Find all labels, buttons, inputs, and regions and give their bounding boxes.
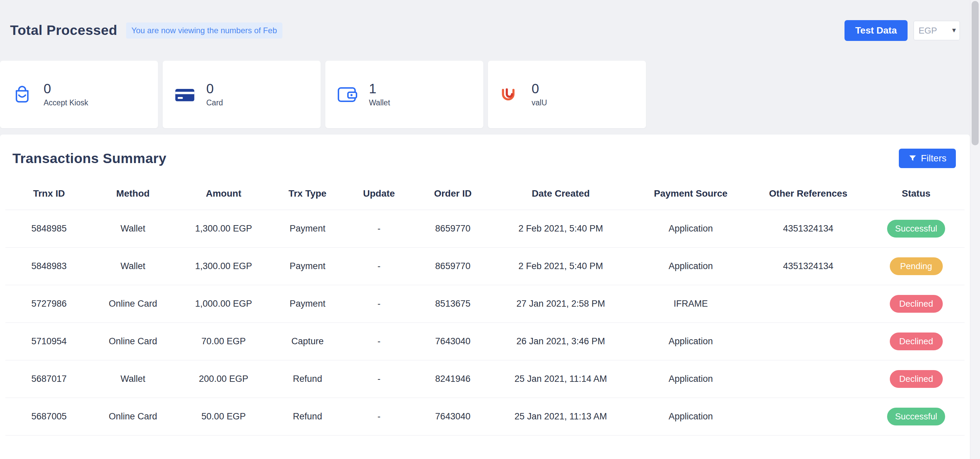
stat-text: 0 Accept Kiosk xyxy=(44,81,88,107)
cell-method: Wallet xyxy=(92,360,173,398)
transactions-table: Trnx ID Method Amount Trx Type Update Or… xyxy=(5,180,964,435)
transactions-title: Transactions Summary xyxy=(13,151,166,166)
page-title: Total Processed xyxy=(10,22,118,38)
column-other-references: Other References xyxy=(749,180,868,210)
table-row[interactable]: 5848983 Wallet 1,300.00 EGP Payment - 86… xyxy=(5,248,964,285)
stat-value: 0 xyxy=(206,81,223,96)
cell-other-references: 4351324134 xyxy=(749,210,868,248)
table-row[interactable]: 5710954 Online Card 70.00 EGP Capture - … xyxy=(5,323,964,360)
cell-order-id: 8513675 xyxy=(417,285,489,323)
cell-method: Wallet xyxy=(92,248,173,285)
cell-order-id: 7643040 xyxy=(417,398,489,435)
cell-status: Declined xyxy=(868,285,964,323)
column-payment-source: Payment Source xyxy=(633,180,749,210)
cell-trnx-id: 5710954 xyxy=(5,323,92,360)
cell-payment-source: Application xyxy=(633,398,749,435)
test-data-button[interactable]: Test Data xyxy=(845,20,908,41)
cell-trx-type: Capture xyxy=(274,323,341,360)
title-group: Total Processed You are now viewing the … xyxy=(10,22,282,38)
stat-cards-row: 0 Accept Kiosk 0 Card xyxy=(0,61,970,128)
cell-trnx-id: 5848983 xyxy=(5,248,92,285)
filters-button-label: Filters xyxy=(921,153,947,164)
cell-trx-type: Payment xyxy=(274,248,341,285)
transactions-panel: Transactions Summary Filters Trnx ID Met… xyxy=(0,135,970,459)
cell-other-references xyxy=(749,360,868,398)
cell-amount: 1,300.00 EGP xyxy=(173,248,274,285)
table-row[interactable]: 5687017 Wallet 200.00 EGP Refund - 82419… xyxy=(5,360,964,398)
column-amount: Amount xyxy=(173,180,274,210)
filter-funnel-icon xyxy=(908,154,917,163)
cell-other-references xyxy=(749,398,868,435)
transactions-panel-header: Transactions Summary Filters xyxy=(0,135,970,171)
cell-status: Successful xyxy=(868,398,964,435)
status-badge: Pending xyxy=(890,257,943,275)
view-notice-badge: You are now viewing the numbers of Feb xyxy=(126,22,282,38)
stat-value: 1 xyxy=(369,81,390,96)
filters-button[interactable]: Filters xyxy=(899,149,956,168)
cell-trx-type: Refund xyxy=(274,398,341,435)
cell-status: Declined xyxy=(868,360,964,398)
scrollbar[interactable] xyxy=(970,0,980,459)
cell-amount: 50.00 EGP xyxy=(173,398,274,435)
table-row[interactable]: 5687005 Online Card 50.00 EGP Refund - 7… xyxy=(5,398,964,435)
cell-update: - xyxy=(341,398,417,435)
credit-card-icon xyxy=(173,83,197,107)
cell-order-id: 8241946 xyxy=(417,360,489,398)
cell-payment-source: Application xyxy=(633,248,749,285)
cell-order-id: 8659770 xyxy=(417,248,489,285)
cell-amount: 1,000.00 EGP xyxy=(173,285,274,323)
cell-date-created: 25 Jan 2021, 11:14 AM xyxy=(488,360,633,398)
cell-other-references: 4351324134 xyxy=(749,248,868,285)
cell-date-created: 25 Jan 2021, 11:13 AM xyxy=(488,398,633,435)
column-status: Status xyxy=(868,180,964,210)
cell-update: - xyxy=(341,248,417,285)
cell-status: Pending xyxy=(868,248,964,285)
currency-select-wrap: EGP ▾ xyxy=(913,21,960,40)
stat-value: 0 xyxy=(44,81,88,96)
cell-trnx-id: 5848985 xyxy=(5,210,92,248)
page-content: Total Processed You are now viewing the … xyxy=(0,0,970,459)
wallet-icon xyxy=(336,83,360,107)
column-method: Method xyxy=(92,180,173,210)
column-date-created: Date Created xyxy=(488,180,633,210)
cell-update: - xyxy=(341,285,417,323)
cell-trnx-id: 5687005 xyxy=(5,398,92,435)
stat-card-card: 0 Card xyxy=(163,61,321,128)
cell-method: Online Card xyxy=(92,285,173,323)
currency-select[interactable]: EGP xyxy=(913,21,960,40)
stat-label: valU xyxy=(531,98,547,107)
cell-payment-source: IFRAME xyxy=(633,285,749,323)
cell-method: Online Card xyxy=(92,323,173,360)
stat-label: Accept Kiosk xyxy=(44,98,88,107)
cell-update: - xyxy=(341,323,417,360)
cell-trnx-id: 5727986 xyxy=(5,285,92,323)
table-row[interactable]: 5848985 Wallet 1,300.00 EGP Payment - 86… xyxy=(5,210,964,248)
stat-value: 0 xyxy=(531,81,547,96)
column-trnx-id: Trnx ID xyxy=(5,180,92,210)
cell-status: Declined xyxy=(868,323,964,360)
status-badge: Successful xyxy=(887,408,945,426)
stat-label: Card xyxy=(206,98,223,107)
status-badge: Declined xyxy=(890,295,943,313)
cell-date-created: 2 Feb 2021, 5:40 PM xyxy=(488,210,633,248)
stat-card-valu: 0 valU xyxy=(488,61,646,128)
scrollbar-thumb[interactable] xyxy=(972,1,978,145)
cell-amount: 1,300.00 EGP xyxy=(173,210,274,248)
cell-other-references xyxy=(749,323,868,360)
table-row[interactable]: 5727986 Online Card 1,000.00 EGP Payment… xyxy=(5,285,964,323)
status-badge: Successful xyxy=(887,220,945,237)
cell-trnx-id: 5687017 xyxy=(5,360,92,398)
cell-other-references xyxy=(749,285,868,323)
stat-text: 0 valU xyxy=(531,81,547,107)
cell-amount: 70.00 EGP xyxy=(173,323,274,360)
page-header: Total Processed You are now viewing the … xyxy=(0,0,970,61)
stat-label: Wallet xyxy=(369,98,390,107)
stat-card-accept-kiosk: 0 Accept Kiosk xyxy=(0,61,158,128)
cell-trx-type: Payment xyxy=(274,210,341,248)
cell-payment-source: Application xyxy=(633,323,749,360)
column-order-id: Order ID xyxy=(417,180,489,210)
stat-text: 1 Wallet xyxy=(369,81,390,107)
kiosk-bag-icon xyxy=(10,83,34,107)
cell-method: Wallet xyxy=(92,210,173,248)
valu-icon xyxy=(498,83,522,107)
